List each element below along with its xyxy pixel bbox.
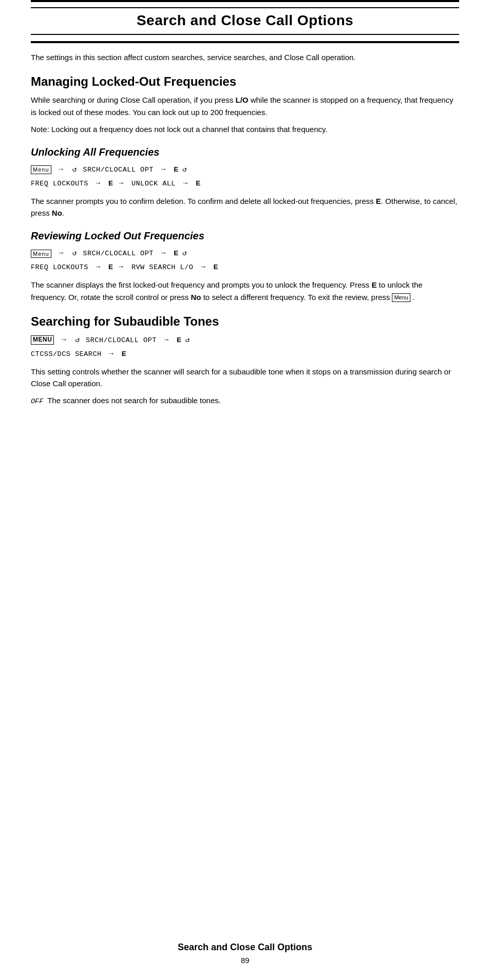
- arrow-10: →: [199, 262, 207, 271]
- rotate-symbol-5: ↺: [76, 334, 80, 347]
- arrow-11: →: [60, 335, 68, 344]
- ctcss-dcs-search: CTCSS/DCS SEARCH: [31, 350, 102, 358]
- rotate-symbol-6: ↺: [185, 334, 190, 347]
- subaudible-menu-line-2: CTCSS/DCS SEARCH → E: [31, 348, 459, 361]
- section-heading-subaudible: Searching for Subaudible Tones: [31, 314, 459, 329]
- freq-lockouts-1: FREQ LOCKOUTS: [31, 180, 88, 187]
- unlocking-menu-line-1: Menu → ↺ SRCH/CLOCALL OPT → E ↺: [31, 163, 459, 176]
- subaudible-para-1: This setting controls whether the scanne…: [31, 366, 459, 390]
- subaudible-menu-line-1: MENU → ↺ SRCH/CLOCALL OPT → E ↺: [31, 334, 459, 347]
- arrow-8: →: [95, 262, 102, 271]
- footer-title: Search and Close Call Options: [0, 942, 490, 953]
- unlocking-menu-block: Menu → ↺ SRCH/CLOCALL OPT → E ↺ FREQ LOC…: [31, 163, 459, 190]
- e-key-1: E: [174, 165, 181, 173]
- arrow-1: →: [58, 165, 65, 173]
- menu-key-2: Menu: [31, 250, 51, 258]
- srch-clocall-opt-1: SRCH/CLOCALL OPT: [83, 166, 154, 174]
- menu-key-inline: Menu: [392, 293, 410, 301]
- e-key-6: E: [214, 263, 219, 271]
- menu-key-3: MENU: [31, 335, 54, 345]
- unlocking-para: The scanner prompts you to confirm delet…: [31, 195, 459, 219]
- arrow-12: →: [163, 335, 171, 344]
- arrow-3: →: [95, 179, 102, 187]
- reviewing-menu-block: Menu → ↺ SRCH/CLOCALL OPT → E ↺ FREQ LOC…: [31, 247, 459, 274]
- e-key-8: E: [122, 350, 127, 357]
- rotate-symbol-3: ↺: [72, 248, 77, 260]
- intro-text: The settings in this section affect cust…: [31, 51, 459, 63]
- e-key-5: E: [108, 263, 116, 271]
- e-key-4: E: [174, 249, 181, 257]
- managing-para-1: While searching or during Close Call ope…: [31, 94, 459, 118]
- reviewing-para: The scanner displays the first locked-ou…: [31, 279, 459, 303]
- e-key-7: E: [177, 336, 184, 344]
- rotate-symbol-1: ↺: [72, 164, 77, 176]
- subsection-heading-reviewing: Reviewing Locked Out Frequencies: [31, 230, 459, 242]
- off-label: OFF: [31, 398, 43, 405]
- arrow-9: →: [118, 262, 125, 271]
- srch-clocall-opt-2: SRCH/CLOCALL OPT: [83, 250, 154, 257]
- arrow-6: →: [58, 249, 65, 257]
- title-block: Search and Close Call Options: [31, 0, 459, 43]
- managing-para-2: Note: Locking out a frequency does not l…: [31, 123, 459, 135]
- arrow-5: →: [182, 179, 190, 187]
- arrow-4: →: [118, 179, 125, 187]
- subaudible-para-2: OFF The scanner does not search for suba…: [31, 394, 459, 407]
- rotate-symbol-4: ↺: [182, 248, 187, 260]
- arrow-13: →: [108, 349, 116, 357]
- footer: Search and Close Call Options 89: [0, 942, 490, 965]
- arrow-7: →: [160, 249, 167, 257]
- e-key-2: E: [108, 179, 116, 187]
- unlocking-menu-line-2: FREQ LOCKOUTS → E → UNLOCK ALL → E: [31, 177, 459, 190]
- rotate-symbol-2: ↺: [182, 164, 187, 176]
- subaudible-menu-block: MENU → ↺ SRCH/CLOCALL OPT → E ↺ CTCSS/DC…: [31, 334, 459, 361]
- page-title: Search and Close Call Options: [31, 12, 459, 29]
- page-container: Search and Close Call Options The settin…: [0, 0, 490, 980]
- arrow-2: →: [160, 165, 167, 173]
- menu-key-1: Menu: [31, 165, 51, 174]
- rvw-search-lo: RVW SEARCH L/O: [131, 263, 193, 271]
- srch-clocall-opt-3: SRCH/CLOCALL OPT: [86, 336, 157, 344]
- title-block-inner: Search and Close Call Options: [31, 7, 459, 35]
- e-key-3: E: [196, 179, 201, 187]
- section-heading-managing: Managing Locked-Out Frequencies: [31, 74, 459, 89]
- unlock-all: UNLOCK ALL: [131, 180, 176, 187]
- freq-lockouts-2: FREQ LOCKOUTS: [31, 263, 88, 271]
- footer-page-number: 89: [0, 956, 490, 965]
- reviewing-menu-line-1: Menu → ↺ SRCH/CLOCALL OPT → E ↺: [31, 247, 459, 260]
- subsection-heading-unlocking: Unlocking All Frequencies: [31, 146, 459, 158]
- reviewing-menu-line-2: FREQ LOCKOUTS → E → RVW SEARCH L/O → E: [31, 261, 459, 274]
